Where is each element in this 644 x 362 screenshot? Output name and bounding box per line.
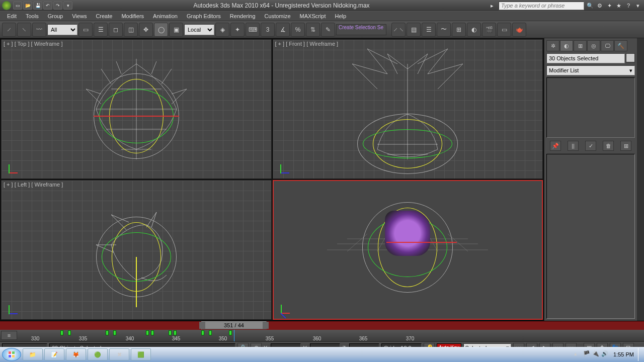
ref-coord-select[interactable]: Local [184, 24, 214, 35]
open-file-btn[interactable]: 📂 [23, 2, 32, 10]
unlink-btn[interactable]: ⟍ [17, 23, 31, 37]
viewport-front[interactable]: [ + ] [ Front ] [ Wireframe ] [273, 39, 543, 179]
object-name-field[interactable]: 30 Objects Selected [546, 53, 625, 63]
menu-modifiers[interactable]: Modifiers [117, 13, 148, 20]
trackbar-toggle[interactable]: ≡ [1, 331, 17, 340]
help-icon[interactable]: ? [624, 2, 632, 10]
angle-snap-btn[interactable]: ∡ [276, 23, 290, 37]
qat-dropdown[interactable]: ▾ [63, 2, 72, 10]
create-tab[interactable]: ✲ [546, 40, 559, 51]
select-by-name-btn[interactable]: ☰ [94, 23, 108, 37]
keyframe[interactable] [229, 330, 232, 335]
display-tab[interactable]: 🖵 [601, 40, 614, 51]
viewport-label-top[interactable]: [ + ] [ Top ] [ Wireframe ] [4, 41, 62, 47]
configure-sets-btn[interactable]: ⊞ [620, 141, 631, 151]
menu-animation[interactable]: Animation [149, 13, 182, 20]
start-button[interactable] [2, 348, 21, 361]
tray-network-icon[interactable]: 🔌 [592, 350, 600, 358]
keyframe[interactable] [146, 330, 149, 335]
redo-btn[interactable]: ↷ [53, 2, 62, 10]
task-firefox[interactable]: 🦊 [66, 348, 86, 360]
menu-create[interactable]: Create [92, 13, 116, 20]
modifier-list-select[interactable]: Modifier List▾ [546, 65, 635, 75]
menu-customize[interactable]: Customize [261, 13, 295, 20]
curve-editor-btn[interactable]: 〜 [437, 23, 451, 37]
favorites-icon[interactable]: ★ [615, 2, 623, 10]
help-search-input[interactable] [499, 2, 584, 10]
selection-filter-select[interactable]: All [47, 24, 77, 35]
keyboard-shortcut-btn[interactable]: ⌨ [246, 23, 260, 37]
select-object-btn[interactable]: ▭ [78, 23, 93, 37]
material-editor-btn[interactable]: ◐ [467, 23, 481, 37]
keyframe[interactable] [68, 330, 71, 335]
new-file-btn[interactable]: ▭ [13, 2, 22, 10]
edit-named-sel-btn[interactable]: ✎ [321, 23, 335, 37]
render-btn[interactable]: 🫖 [512, 23, 526, 37]
rendered-frame-btn[interactable]: ▭ [497, 23, 511, 37]
task-notepad[interactable]: 📝 [44, 348, 64, 360]
tray-show-hidden-icon[interactable]: ▴ [574, 350, 582, 358]
tray-flag-icon[interactable]: 🏴 [583, 350, 591, 358]
time-slider-handle[interactable]: 351 / 44 [201, 321, 267, 329]
help-dropdown-icon[interactable]: ▾ [634, 2, 642, 10]
spinner-snap-btn[interactable]: ⇅ [306, 23, 320, 37]
pin-stack-btn[interactable]: 📌 [550, 141, 561, 151]
time-slider-track[interactable]: 351 / 44 [0, 321, 644, 330]
motion-tab[interactable]: ◎ [587, 40, 600, 51]
menu-views[interactable]: Views [68, 13, 91, 20]
modify-tab[interactable]: ◐ [560, 40, 573, 51]
task-close[interactable]: ✖ [109, 348, 129, 360]
prev-frame-btn[interactable] [199, 322, 205, 329]
hierarchy-tab[interactable]: ⊞ [574, 40, 587, 51]
save-file-btn[interactable]: 💾 [33, 2, 42, 10]
menu-group[interactable]: Group [44, 13, 67, 20]
modifier-stack[interactable] [546, 77, 635, 138]
align-btn[interactable]: ▤ [407, 23, 421, 37]
rotate-gizmo[interactable] [357, 114, 458, 174]
remove-modifier-btn[interactable]: 🗑 [603, 141, 614, 151]
taskbar-clock[interactable]: 1:55 PM [610, 351, 637, 357]
tray-volume-icon[interactable]: 🔊 [601, 350, 609, 358]
manipulate-btn[interactable]: ✦ [230, 23, 245, 37]
select-link-btn[interactable]: ⟋ [2, 23, 16, 37]
viewport-top[interactable]: [ + ] [ Top ] [ Wireframe ] [1, 39, 272, 179]
keyframe[interactable] [174, 330, 177, 335]
move-btn[interactable]: ✥ [139, 23, 153, 37]
next-frame-btn[interactable] [263, 322, 269, 329]
schematic-view-btn[interactable]: ⊞ [452, 23, 466, 37]
task-app[interactable]: 🟩 [131, 348, 151, 360]
keyframe[interactable] [113, 330, 116, 335]
app-icon[interactable] [2, 1, 11, 10]
percent-snap-btn[interactable]: % [291, 23, 305, 37]
task-3dsmax[interactable]: 🟢 [88, 348, 108, 360]
bind-spacewarp-btn[interactable]: 〰 [32, 23, 46, 37]
menu-help[interactable]: Help [331, 13, 351, 20]
keyframe[interactable] [169, 330, 172, 335]
named-selection-set[interactable]: Create Selection Se [336, 24, 386, 35]
menu-maxscript[interactable]: MAXScript [296, 13, 330, 20]
rotate-btn[interactable]: ◯ [154, 23, 168, 37]
menu-rendering[interactable]: Rendering [226, 13, 260, 20]
select-region-rect-btn[interactable]: ◻ [109, 23, 123, 37]
utilities-tab[interactable]: 🔨 [614, 40, 627, 51]
track-bar[interactable]: ≡ 330 335 340 345 350 355 360 365 370 [0, 330, 644, 342]
show-desktop-btn[interactable] [638, 348, 642, 361]
viewport-perspective[interactable] [273, 180, 543, 320]
infocenter-toggle[interactable]: ▸ [491, 3, 497, 9]
subscription-icon[interactable]: ✦ [605, 2, 613, 10]
layer-manager-btn[interactable]: ☰ [422, 23, 436, 37]
comm-center-icon[interactable]: ⚙ [596, 2, 604, 10]
menu-tools[interactable]: Tools [22, 13, 43, 20]
make-unique-btn[interactable]: ✓ [585, 141, 596, 151]
viewport-label-left[interactable]: [ + ] [ Left ] [ Wireframe ] [4, 182, 63, 188]
search-icon[interactable]: 🔍 [586, 2, 594, 10]
scale-btn[interactable]: ▣ [169, 23, 183, 37]
window-crossing-btn[interactable]: ◫ [124, 23, 138, 37]
keyframe[interactable] [106, 330, 109, 335]
task-explorer[interactable]: 📁 [23, 348, 43, 360]
menu-graph-editors[interactable]: Graph Editors [183, 13, 225, 20]
menu-edit[interactable]: Edit [3, 13, 21, 20]
keyframe[interactable] [201, 330, 204, 335]
snap-3d-btn[interactable]: 3 [261, 23, 275, 37]
undo-btn[interactable]: ↶ [43, 2, 52, 10]
